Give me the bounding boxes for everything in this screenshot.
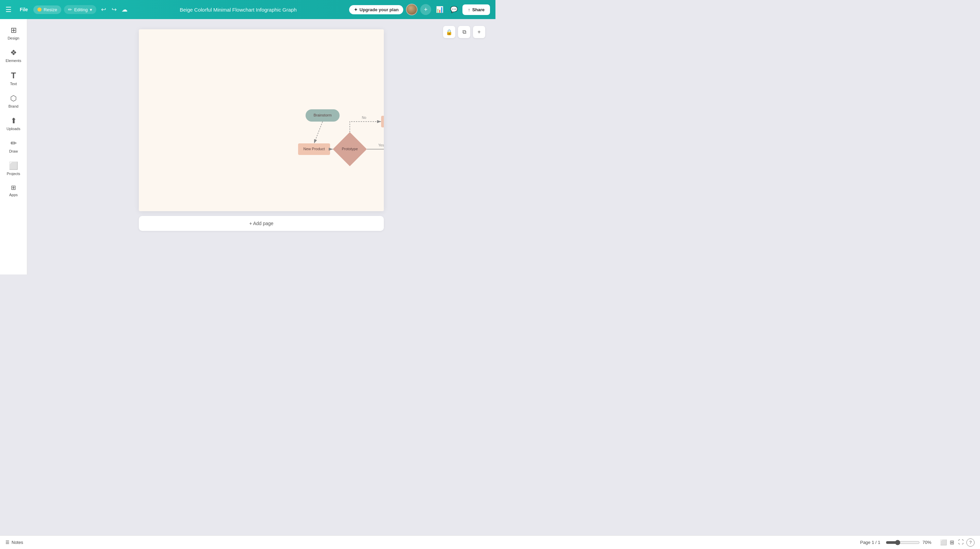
resize-dot-icon: [37, 8, 41, 11]
sidebar-item-uploads[interactable]: ⬆ Uploads: [2, 113, 26, 134]
resize-label: Resize: [43, 7, 57, 12]
draw-icon: ✏: [11, 139, 17, 148]
canvas-controls: 🔒 ⧉ +: [443, 26, 485, 38]
arrow-prototype-refinement: [350, 121, 381, 132]
undo-redo-group: ↩ ↪: [99, 5, 119, 14]
yes1-label: Yes: [379, 144, 384, 147]
document-title: Beige Colorful Minimal Flowchart Infogra…: [130, 7, 347, 13]
apps-icon: ⊞: [11, 184, 16, 192]
refinement-node[interactable]: [381, 116, 384, 128]
draw-label: Draw: [9, 149, 18, 153]
upgrade-button[interactable]: ✦ Upgrade your plan: [349, 5, 404, 14]
sidebar-item-design[interactable]: ⊞ Design: [2, 22, 26, 44]
sidebar-item-projects[interactable]: ⬜ Projects: [2, 158, 26, 179]
main-layout: ⊞ Design ❖ Elements T Text ⬡ Brand ⬆ Upl…: [0, 19, 495, 274]
pencil-icon: ✏: [68, 7, 72, 12]
editing-button[interactable]: ✏ Editing ▾: [64, 5, 96, 14]
add-collaborator-button[interactable]: +: [420, 4, 431, 15]
document-canvas[interactable]: Brainstorm New Product Prototype Refinem…: [139, 29, 384, 211]
sidebar: ⊞ Design ❖ Elements T Text ⬡ Brand ⬆ Upl…: [0, 19, 27, 274]
add-page-button[interactable]: + Add page: [139, 216, 384, 231]
share-label: Share: [472, 7, 485, 12]
share-icon: ↑: [468, 7, 470, 12]
elements-icon: ❖: [10, 48, 17, 57]
share-button[interactable]: ↑ Share: [463, 5, 490, 15]
brand-label: Brand: [8, 104, 18, 108]
new-product-label: New Product: [304, 147, 325, 151]
add-element-button[interactable]: +: [473, 26, 485, 38]
upgrade-label: Upgrade your plan: [360, 7, 399, 12]
menu-icon[interactable]: ☰: [5, 5, 11, 14]
canvas-area: 🔒 ⧉ + Brainstorm New P: [27, 19, 495, 274]
uploads-icon: ⬆: [11, 117, 17, 125]
projects-label: Projects: [7, 172, 21, 176]
avatar-image: [407, 5, 417, 14]
no1-label: No: [362, 116, 366, 120]
elements-label: Elements: [6, 59, 21, 63]
sidebar-item-text[interactable]: T Text: [2, 67, 26, 89]
arrow-brainstorm-newproduct: [314, 121, 323, 144]
flowchart-svg: Brainstorm New Product Prototype Refinem…: [139, 29, 384, 210]
design-icon: ⊞: [11, 26, 17, 35]
redo-button[interactable]: ↪: [110, 5, 119, 14]
text-icon: T: [11, 71, 16, 80]
apps-label: Apps: [9, 193, 18, 197]
toolbar-right-actions: ✦ Upgrade your plan + 📊 💬 ↑ Share: [349, 4, 490, 15]
brand-icon: ⬡: [10, 94, 17, 103]
resize-button[interactable]: Resize: [33, 5, 61, 14]
text-label: Text: [10, 82, 17, 86]
avatar[interactable]: [406, 4, 417, 15]
comments-button[interactable]: 💬: [448, 4, 460, 15]
sidebar-item-draw[interactable]: ✏ Draw: [2, 136, 26, 156]
projects-icon: ⬜: [9, 161, 18, 170]
star-icon: ✦: [354, 7, 358, 12]
design-label: Design: [8, 36, 19, 40]
sidebar-item-brand[interactable]: ⬡ Brand: [2, 91, 26, 112]
toolbar: ☰ File Resize ✏ Editing ▾ ↩ ↪ ☁ Beige Co…: [0, 0, 495, 19]
brainstorm-label: Brainstorm: [313, 113, 331, 117]
chevron-down-icon: ▾: [90, 7, 92, 12]
duplicate-button[interactable]: ⧉: [458, 26, 470, 38]
file-menu[interactable]: File: [17, 5, 30, 14]
lock-button[interactable]: 🔒: [443, 26, 455, 38]
uploads-label: Uploads: [6, 127, 20, 131]
editing-label: Editing: [74, 7, 88, 12]
sidebar-item-elements[interactable]: ❖ Elements: [2, 45, 26, 66]
sidebar-item-apps[interactable]: ⊞ Apps: [2, 180, 26, 200]
prototype-label: Prototype: [342, 147, 358, 151]
cloud-save-button[interactable]: ☁: [121, 6, 127, 13]
undo-button[interactable]: ↩: [99, 5, 108, 14]
analytics-button[interactable]: 📊: [434, 4, 445, 15]
